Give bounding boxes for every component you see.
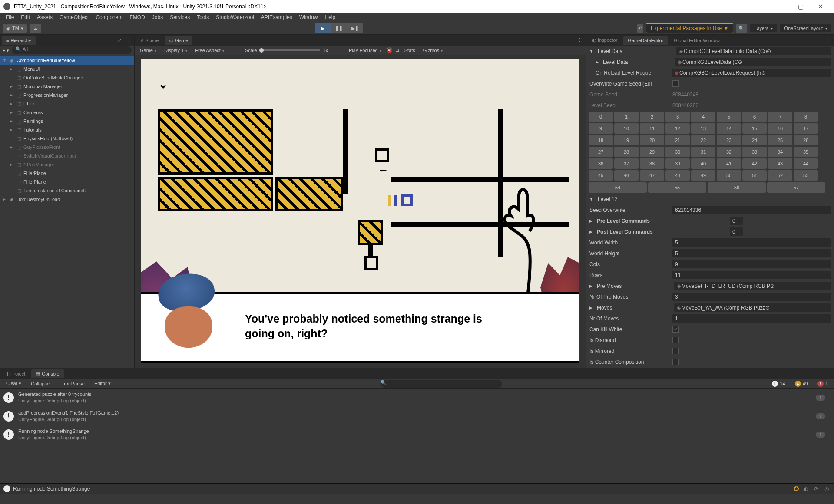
level-num-3[interactable]: 3 bbox=[665, 112, 690, 122]
game-dd[interactable]: Game▾ bbox=[137, 47, 159, 54]
world-height-field[interactable]: 5 bbox=[672, 249, 831, 257]
menu-file[interactable]: File bbox=[3, 13, 17, 21]
level-num-18[interactable]: 18 bbox=[589, 135, 613, 145]
project-tab[interactable]: ▮ Project bbox=[2, 369, 30, 378]
hierarchy-expand-icon[interactable]: ⤢ bbox=[115, 37, 124, 43]
console-entry[interactable]: !addProgressionEvent(1,TheStyle,FullGame… bbox=[0, 407, 834, 426]
scale-slider[interactable] bbox=[259, 49, 320, 51]
level-num-37[interactable]: 37 bbox=[614, 158, 639, 169]
level-num-6[interactable]: 6 bbox=[742, 112, 767, 122]
moves-field[interactable]: ◈MoveSet_YA_WA (Comp RGB Puzz ⊙ bbox=[674, 303, 831, 312]
level-num-20[interactable]: 20 bbox=[640, 135, 664, 145]
hierarchy-item[interactable]: ▼◈CompositionRedBlueYellow⋮ bbox=[0, 56, 134, 65]
world-width-field[interactable]: 5 bbox=[672, 238, 831, 247]
hierarchy-item[interactable]: ▶⬚ProgressionManager bbox=[0, 91, 134, 99]
undo-history-button[interactable]: ↶ bbox=[637, 24, 643, 33]
level-num-46[interactable]: 46 bbox=[614, 170, 639, 181]
level-num-36[interactable]: 36 bbox=[589, 158, 613, 169]
add-button[interactable]: + ▾ bbox=[3, 48, 9, 53]
level-num-24[interactable]: 24 bbox=[742, 135, 767, 145]
minimize-button[interactable]: — bbox=[771, 0, 791, 13]
nr-moves-field[interactable]: 1 bbox=[672, 314, 831, 323]
menu-edit[interactable]: Edit bbox=[18, 13, 33, 21]
level-num-10[interactable]: 10 bbox=[614, 123, 639, 134]
hierarchy-item[interactable]: ▶⬚NPadManager bbox=[0, 160, 134, 169]
menu-window[interactable]: Window bbox=[296, 13, 321, 21]
level-num-48[interactable]: 48 bbox=[665, 170, 690, 181]
hierarchy-item[interactable]: ⬚SwitchVirtualCursorInput bbox=[0, 152, 134, 160]
status-icon-3[interactable]: ◎ bbox=[823, 485, 831, 493]
gizmos-dd[interactable]: Gizmos▾ bbox=[420, 47, 445, 54]
layout-dropdown[interactable]: OneScreenLayout ▾ bbox=[780, 24, 831, 32]
inspector-tab-2[interactable]: Global Editor Window bbox=[669, 36, 724, 45]
menu-gameobject[interactable]: GameObject bbox=[56, 13, 92, 21]
overwrite-seed-row[interactable]: Overwrite Game Seed (Edi bbox=[586, 78, 834, 89]
close-button[interactable]: ✕ bbox=[811, 0, 831, 13]
inspector-tab-0[interactable]: ◐ Inspector bbox=[588, 36, 622, 45]
inspector-tab-1[interactable]: GameDataEditor bbox=[623, 36, 668, 45]
cloud-button[interactable]: ☁ bbox=[30, 24, 41, 33]
level-num-51[interactable]: 51 bbox=[742, 170, 767, 181]
is-mirrored-checkbox[interactable] bbox=[672, 348, 679, 354]
level-num-25[interactable]: 25 bbox=[768, 135, 792, 145]
pre-moves-field[interactable]: ◈MoveSet_R_D_LR_UD (Comp RGB P ⊙ bbox=[674, 282, 831, 290]
hierarchy-item[interactable]: ⬚FillerPlane bbox=[0, 169, 134, 178]
level-num-31[interactable]: 31 bbox=[691, 147, 715, 157]
step-button[interactable]: ▶❚ bbox=[347, 23, 363, 33]
hierarchy-item[interactable]: ⬚FillerPlane bbox=[0, 178, 134, 186]
level-num-28[interactable]: 28 bbox=[614, 147, 639, 157]
error-counter[interactable]: !1 bbox=[814, 380, 831, 388]
hierarchy-menu-icon[interactable]: ⋮ bbox=[124, 37, 134, 43]
rows-field[interactable]: 11 bbox=[672, 271, 831, 279]
level-num-52[interactable]: 52 bbox=[768, 170, 792, 181]
level-data-header-row[interactable]: ▼ Level Data ◈CompRGBLevelDataEditorData… bbox=[586, 46, 834, 56]
pre-cmds-row[interactable]: ▶ Pre Level Commands 0 bbox=[586, 215, 834, 226]
warn-counter[interactable]: ▲49 bbox=[791, 380, 811, 388]
display-dd[interactable]: Display 1▾ bbox=[162, 47, 190, 54]
level-num-45[interactable]: 45 bbox=[589, 170, 613, 181]
level-num-43[interactable]: 43 bbox=[768, 158, 792, 169]
hierarchy-item[interactable]: ▶⬚MenuUI bbox=[0, 65, 134, 73]
cols-field[interactable]: 9 bbox=[672, 260, 831, 268]
status-icon-1[interactable]: ◐ bbox=[802, 485, 810, 493]
hierarchy-item[interactable]: ▶⬚Paintings bbox=[0, 117, 134, 125]
level-num-33[interactable]: 33 bbox=[742, 147, 767, 157]
level-num-26[interactable]: 26 bbox=[794, 135, 818, 145]
play-focused-dd[interactable]: Play Focused▾ bbox=[346, 47, 384, 54]
level-num-2[interactable]: 2 bbox=[640, 112, 664, 122]
menu-component[interactable]: Component bbox=[93, 13, 126, 21]
level-num-54[interactable]: 54 bbox=[589, 182, 647, 193]
clear-button[interactable]: Clear ▾ bbox=[3, 380, 25, 387]
level-num-38[interactable]: 38 bbox=[640, 158, 664, 169]
level-data-row[interactable]: ▶ Level Data ◈CompRGBLevelData (C ⊙ bbox=[586, 56, 834, 67]
level-num-22[interactable]: 22 bbox=[691, 135, 715, 145]
level-num-34[interactable]: 34 bbox=[768, 147, 792, 157]
level-num-57[interactable]: 57 bbox=[767, 182, 825, 193]
bottom-menu-icon[interactable]: ⋮ bbox=[822, 371, 834, 376]
level-num-29[interactable]: 29 bbox=[640, 147, 664, 157]
post-cmds-row[interactable]: ▶ Post Level Commands 0 bbox=[586, 226, 834, 237]
layers-dropdown[interactable]: Layers ▾ bbox=[750, 24, 777, 32]
level-num-35[interactable]: 35 bbox=[794, 147, 818, 157]
level-num-17[interactable]: 17 bbox=[794, 123, 818, 134]
hierarchy-item[interactable]: ▶⬚Tutorials bbox=[0, 125, 134, 134]
pause-button[interactable]: ❚❚ bbox=[331, 23, 347, 33]
menu-help[interactable]: Help bbox=[322, 13, 339, 21]
console-entry[interactable]: !Running node SomethingStrangeUnityEngin… bbox=[0, 425, 834, 444]
level-num-55[interactable]: 55 bbox=[648, 182, 706, 193]
hierarchy-item[interactable]: ⬚Temp Instance of CommandD bbox=[0, 186, 134, 195]
stats-button[interactable]: Stats bbox=[402, 47, 418, 54]
level-num-16[interactable]: 16 bbox=[768, 123, 792, 134]
console-entry[interactable]: !Generated puzzle after 0 trycountsUnity… bbox=[0, 389, 834, 407]
level-num-56[interactable]: 56 bbox=[708, 182, 766, 193]
menu-studiowaterzooi[interactable]: StudioWaterzooi bbox=[213, 13, 257, 21]
hierarchy-tab[interactable]: ≡ Hierarchy bbox=[2, 36, 36, 45]
level-num-14[interactable]: 14 bbox=[717, 123, 741, 134]
collapse-button[interactable]: Collapse bbox=[27, 380, 53, 387]
level-num-49[interactable]: 49 bbox=[691, 170, 715, 181]
level-num-21[interactable]: 21 bbox=[665, 135, 690, 145]
is-counter-checkbox[interactable] bbox=[672, 359, 679, 365]
menu-services[interactable]: Services bbox=[167, 13, 193, 21]
hierarchy-search[interactable]: 🔍 All bbox=[12, 46, 132, 54]
error-pause-button[interactable]: Error Pause bbox=[56, 380, 88, 387]
